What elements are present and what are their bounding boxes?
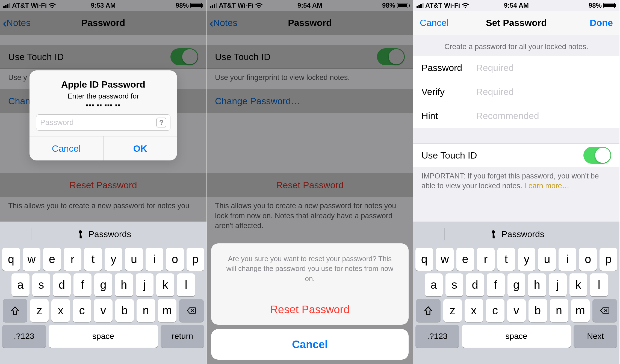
key-row-2: asdfghjkl bbox=[0, 271, 206, 296]
key-h[interactable]: h bbox=[528, 273, 546, 296]
keyboard-suggestion-bar[interactable]: Passwords bbox=[413, 224, 619, 245]
space-key[interactable]: space bbox=[462, 325, 571, 348]
key-q[interactable]: q bbox=[2, 248, 20, 271]
key-n[interactable]: n bbox=[137, 299, 155, 322]
shift-key[interactable] bbox=[3, 299, 27, 322]
learn-more-link[interactable]: Learn more… bbox=[524, 182, 569, 190]
key-r[interactable]: r bbox=[477, 248, 495, 271]
svg-rect-6 bbox=[493, 235, 495, 237]
keyboard[interactable]: Passwords qwertyuiop asdfghjkl zxcvbnm .… bbox=[0, 222, 206, 364]
space-label: space bbox=[92, 332, 114, 341]
keyboard[interactable]: Passwords qwertyuiop asdfghjkl zxcvbnm .… bbox=[413, 222, 619, 364]
screen-2-reset-sheet: AT&T Wi-Fi 9:54 AM 98% ‹Notes Password U… bbox=[206, 0, 413, 364]
key-y[interactable]: y bbox=[518, 248, 536, 271]
key-z[interactable]: z bbox=[443, 299, 462, 322]
key-icon bbox=[488, 229, 498, 239]
key-p[interactable]: p bbox=[600, 248, 617, 271]
numbers-key[interactable]: .?123 bbox=[415, 325, 459, 348]
cancel-button[interactable]: Cancel bbox=[420, 17, 449, 28]
password-field-row[interactable]: Password Required bbox=[413, 56, 619, 80]
key-q[interactable]: q bbox=[415, 248, 433, 271]
key-p[interactable]: p bbox=[187, 248, 204, 271]
key-h[interactable]: h bbox=[115, 273, 133, 296]
key-e[interactable]: e bbox=[456, 248, 474, 271]
key-l[interactable]: l bbox=[590, 273, 608, 296]
key-e[interactable]: e bbox=[43, 248, 61, 271]
shift-icon bbox=[10, 306, 20, 315]
verify-field-row[interactable]: Verify Required bbox=[413, 80, 619, 104]
key-x[interactable]: x bbox=[465, 299, 483, 322]
suggestion-label: Passwords bbox=[88, 229, 131, 239]
sheet-reset-button[interactable]: Reset Password bbox=[211, 294, 409, 325]
key-g[interactable]: g bbox=[507, 273, 525, 296]
key-a[interactable]: a bbox=[11, 273, 29, 296]
shift-key[interactable] bbox=[416, 299, 441, 322]
key-f[interactable]: f bbox=[487, 273, 505, 296]
done-button[interactable]: Done bbox=[590, 17, 613, 28]
key-k[interactable]: k bbox=[569, 273, 587, 296]
question-icon[interactable]: ? bbox=[157, 118, 166, 127]
key-r[interactable]: r bbox=[64, 248, 81, 271]
key-u[interactable]: u bbox=[125, 248, 143, 271]
use-touchid-row[interactable]: Use Touch ID bbox=[413, 143, 619, 167]
alert-password-input[interactable]: Password ? bbox=[36, 114, 170, 131]
return-key[interactable]: return bbox=[161, 325, 204, 348]
key-v[interactable]: v bbox=[94, 299, 113, 322]
important-note: IMPORTANT: If you forget this password, … bbox=[413, 167, 619, 198]
key-row-4: .?123 space Next bbox=[413, 322, 619, 350]
numbers-key[interactable]: .?123 bbox=[2, 325, 46, 348]
key-c[interactable]: c bbox=[486, 299, 504, 322]
backspace-key[interactable] bbox=[592, 299, 617, 322]
space-label: space bbox=[505, 332, 527, 341]
key-c[interactable]: c bbox=[73, 299, 91, 322]
key-y[interactable]: y bbox=[105, 248, 122, 271]
key-x[interactable]: x bbox=[51, 299, 70, 322]
key-d[interactable]: d bbox=[466, 273, 484, 296]
key-b[interactable]: b bbox=[529, 299, 547, 322]
key-b[interactable]: b bbox=[115, 299, 134, 322]
key-w[interactable]: w bbox=[436, 248, 454, 271]
key-row-4: .?123 space return bbox=[0, 322, 206, 350]
key-l[interactable]: l bbox=[177, 273, 195, 296]
alert-message: Enter the password for bbox=[37, 91, 169, 101]
backspace-key[interactable] bbox=[179, 299, 204, 322]
key-k[interactable]: k bbox=[156, 273, 174, 296]
keyboard-suggestion-bar[interactable]: Passwords bbox=[0, 224, 206, 245]
key-z[interactable]: z bbox=[30, 299, 49, 322]
key-u[interactable]: u bbox=[538, 248, 556, 271]
numbers-label: .?123 bbox=[427, 332, 447, 341]
key-g[interactable]: g bbox=[94, 273, 112, 296]
carrier-label: AT&T Wi-Fi bbox=[425, 2, 460, 9]
key-f[interactable]: f bbox=[73, 273, 91, 296]
key-a[interactable]: a bbox=[425, 273, 443, 296]
next-key[interactable]: Next bbox=[574, 325, 617, 348]
key-d[interactable]: d bbox=[53, 273, 71, 296]
key-o[interactable]: o bbox=[166, 248, 184, 271]
verify-placeholder: Required bbox=[476, 86, 514, 97]
key-n[interactable]: n bbox=[550, 299, 568, 322]
space-key[interactable]: space bbox=[49, 325, 158, 348]
alert-ok-button[interactable]: OK bbox=[103, 136, 177, 160]
key-s[interactable]: s bbox=[445, 273, 463, 296]
hint-field-row[interactable]: Hint Recommended bbox=[413, 104, 619, 128]
shift-icon bbox=[423, 306, 433, 315]
key-t[interactable]: t bbox=[497, 248, 515, 271]
key-t[interactable]: t bbox=[84, 248, 102, 271]
alert-cancel-button[interactable]: Cancel bbox=[29, 136, 103, 160]
key-v[interactable]: v bbox=[507, 299, 526, 322]
key-w[interactable]: w bbox=[23, 248, 40, 271]
key-j[interactable]: j bbox=[549, 273, 567, 296]
svg-rect-7 bbox=[493, 237, 495, 238]
touchid-switch[interactable] bbox=[583, 147, 611, 164]
key-j[interactable]: j bbox=[136, 273, 154, 296]
key-s[interactable]: s bbox=[32, 273, 50, 296]
key-m[interactable]: m bbox=[158, 299, 176, 322]
done-label: Done bbox=[590, 17, 613, 28]
sheet-cancel-button[interactable]: Cancel bbox=[211, 329, 409, 360]
key-i[interactable]: i bbox=[559, 248, 576, 271]
key-o[interactable]: o bbox=[579, 248, 597, 271]
key-m[interactable]: m bbox=[571, 299, 590, 322]
key-i[interactable]: i bbox=[146, 248, 163, 271]
nav-bar: Cancel Set Password Done bbox=[413, 11, 619, 35]
backspace-icon bbox=[187, 306, 196, 315]
